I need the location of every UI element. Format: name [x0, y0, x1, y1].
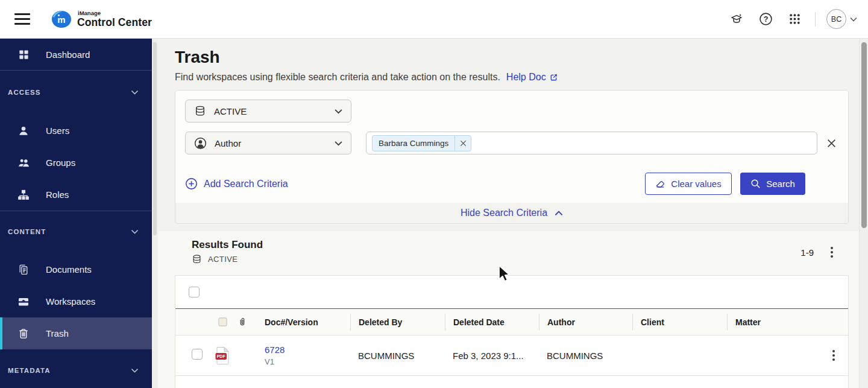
svg-text:m: m: [57, 14, 65, 25]
value-chip-label: Barbara Cummings: [373, 136, 454, 151]
sidebar-divider: [0, 211, 152, 211]
column-header-doc[interactable]: Doc#/Version: [251, 314, 350, 331]
select-all-checkbox[interactable]: [189, 287, 200, 297]
sidebar-item-label: Workspaces: [46, 296, 95, 307]
sidebar-item-users[interactable]: Users: [0, 115, 152, 147]
topbar: m iManage Control Center ?: [0, 0, 868, 39]
sidebar-section-access[interactable]: ACCESS: [0, 84, 152, 100]
scope-dropdown-value: ACTIVE: [214, 106, 247, 116]
sidebar-item-dashboard[interactable]: Dashboard: [0, 39, 152, 71]
sidebar-scrollbar[interactable]: [152, 39, 158, 388]
clear-values-label: Clear values: [671, 179, 721, 189]
brand-logo: m iManage Control Center: [51, 10, 152, 29]
remove-criteria-row-icon[interactable]: [826, 138, 837, 148]
row-checkbox[interactable]: [192, 349, 203, 360]
add-search-criteria-button[interactable]: Add Search Criteria: [185, 177, 288, 190]
search-button-label: Search: [766, 179, 795, 189]
topbar-actions: ? BC: [715, 9, 857, 29]
section-label: METADATA: [8, 367, 51, 374]
results-kebab-menu-icon[interactable]: [828, 244, 835, 260]
column-header-matter[interactable]: Matter: [727, 314, 819, 331]
doc-version: V1: [265, 357, 350, 366]
chevron-down-icon: [131, 90, 139, 95]
sidebar-item-label: Roles: [46, 189, 69, 200]
page-subtitle: Find workspaces using flexible search cr…: [175, 71, 500, 84]
chevron-down-icon: [335, 141, 342, 146]
criteria-value-input[interactable]: Barbara Cummings: [366, 132, 817, 154]
scrollbar-thumb[interactable]: [861, 42, 867, 228]
sidebar: Dashboard ACCESS Users Groups: [0, 39, 152, 388]
sidebar-item-trash[interactable]: Trash: [0, 317, 152, 349]
svg-text:?: ?: [763, 15, 768, 24]
doc-number-link[interactable]: 6728: [265, 345, 350, 355]
avatar-chevron-down-icon[interactable]: [850, 17, 857, 22]
chip-remove-icon[interactable]: [454, 136, 471, 151]
sidebar-section-metadata[interactable]: METADATA: [0, 363, 152, 378]
column-header-deleted-date[interactable]: Deleted Date: [445, 314, 539, 331]
scope-dropdown[interactable]: ACTIVE: [185, 100, 351, 122]
imanage-logo-icon: m: [51, 10, 72, 29]
results-range: 1-9: [800, 247, 814, 258]
sidebar-item-label: Documents: [46, 264, 92, 275]
pdf-file-icon: PDF: [212, 346, 233, 365]
topbar-divider: [815, 12, 816, 27]
select-all-row: [175, 276, 848, 308]
results-table: Doc#/Version Deleted By Deleted Date Aut…: [175, 275, 849, 388]
cell-deleted-by: BCUMMINGS: [350, 351, 445, 361]
clear-values-button[interactable]: Clear values: [645, 173, 732, 195]
section-label: ACCESS: [8, 89, 41, 96]
users-icon: [17, 125, 30, 137]
table-row[interactable]: PDF 6728 V1 BCUMMINGS Feb 3, 2023 9:1...…: [175, 336, 848, 376]
vertical-scrollbar[interactable]: [859, 39, 868, 388]
help-doc-link[interactable]: Help Doc: [506, 71, 558, 84]
criteria-field-dropdown[interactable]: Author: [185, 132, 351, 154]
results-scope-label: ACTIVE: [208, 255, 237, 264]
file-column-icon: [212, 317, 233, 327]
chevron-down-icon: [131, 229, 139, 234]
hide-search-criteria-label: Hide Search Criteria: [461, 208, 547, 218]
row-kebab-menu-icon[interactable]: [830, 348, 837, 363]
learning-graduation-cap-icon[interactable]: [729, 12, 744, 27]
sidebar-section-content[interactable]: CONTENT: [0, 224, 152, 240]
hamburger-menu-icon[interactable]: [14, 12, 34, 27]
database-icon: [192, 254, 202, 264]
dashboard-icon: [17, 49, 30, 60]
column-header-deleted-by[interactable]: Deleted By: [350, 314, 445, 331]
groups-icon: [17, 157, 30, 169]
sidebar-item-label: Trash: [46, 328, 69, 339]
author-person-icon: [194, 137, 207, 150]
hide-search-criteria-toggle[interactable]: Hide Search Criteria: [175, 203, 848, 223]
avatar[interactable]: BC: [826, 9, 846, 29]
workspaces-icon: [17, 296, 30, 308]
column-header-author[interactable]: Author: [539, 314, 632, 331]
eraser-icon: [655, 179, 665, 189]
sidebar-item-documents[interactable]: Documents: [0, 253, 152, 285]
database-icon: [194, 105, 206, 117]
cell-deleted-date: Feb 3, 2023 9:1...: [445, 351, 539, 361]
pdf-badge-label: PDF: [216, 354, 225, 358]
sidebar-item-workspaces[interactable]: Workspaces: [0, 285, 152, 317]
chevron-down-icon: [131, 368, 139, 373]
trash-icon: [17, 328, 30, 340]
help-doc-label: Help Doc: [506, 71, 546, 84]
external-link-icon: [549, 73, 558, 82]
results-section: Results Found ACTIVE 1-9: [158, 231, 859, 388]
search-button[interactable]: Search: [740, 173, 805, 195]
apps-grid-icon[interactable]: [787, 12, 802, 27]
main-content: Trash Find workspaces using flexible sea…: [158, 39, 859, 388]
help-icon[interactable]: ?: [758, 12, 773, 27]
search-icon: [750, 179, 761, 189]
column-header-client[interactable]: Client: [632, 314, 727, 331]
sidebar-item-label: Groups: [46, 157, 75, 168]
sidebar-item-groups[interactable]: Groups: [0, 147, 152, 179]
plus-circle-icon: [185, 177, 198, 190]
table-header-row: Doc#/Version Deleted By Deleted Date Aut…: [175, 308, 848, 336]
brand-main-label: Control Center: [77, 17, 152, 28]
chevron-up-icon: [555, 211, 563, 216]
sidebar-item-label: Dashboard: [46, 49, 90, 60]
results-header: Results Found ACTIVE 1-9: [158, 231, 859, 275]
results-title: Results Found: [192, 239, 859, 251]
section-label: CONTENT: [8, 228, 46, 235]
sidebar-item-roles[interactable]: Roles: [0, 179, 152, 211]
avatar-initials: BC: [831, 15, 841, 24]
